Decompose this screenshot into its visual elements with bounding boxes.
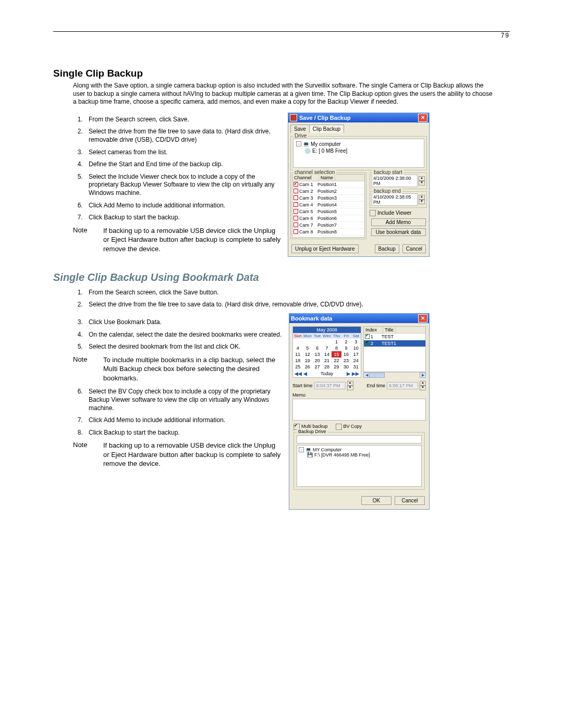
- tab-clip-backup[interactable]: Clip Backup: [309, 125, 344, 133]
- start-time-label: Start time: [292, 383, 313, 388]
- cal-day[interactable]: 28: [322, 364, 332, 370]
- table-row[interactable]: Cam 6Position6: [292, 215, 364, 222]
- unplug-eject-button[interactable]: Unplug or Eject Hardware: [291, 244, 359, 253]
- list-item[interactable]: 2TEST1: [364, 340, 425, 347]
- table-row[interactable]: Cam 1Position1: [292, 181, 364, 188]
- cal-day[interactable]: 6: [312, 345, 322, 351]
- cal-day[interactable]: 17: [351, 351, 361, 357]
- cal-day[interactable]: 5: [303, 345, 313, 351]
- cal-day[interactable]: 1: [332, 339, 341, 345]
- cal-day[interactable]: 31: [351, 364, 361, 370]
- bookmark-scrollbar[interactable]: ◀ ▶: [363, 372, 426, 378]
- cal-day[interactable]: 22: [332, 357, 341, 364]
- bookmark-checkbox[interactable]: [365, 334, 370, 339]
- cal-day[interactable]: 11: [293, 351, 303, 357]
- calendar-today-button[interactable]: Today: [321, 371, 333, 376]
- cal-day[interactable]: 7: [322, 345, 332, 351]
- cal-day[interactable]: 16: [341, 351, 351, 357]
- add-memo-button[interactable]: Add Memo: [371, 218, 426, 226]
- cal-day[interactable]: 30: [341, 364, 351, 370]
- dialog2-title: Bookmark data: [291, 315, 418, 322]
- tree-collapse-icon[interactable]: -: [299, 447, 304, 452]
- backup-drive-path-input[interactable]: [297, 435, 422, 443]
- cal-day[interactable]: 25: [293, 364, 303, 370]
- cal-day[interactable]: 27: [312, 364, 322, 370]
- cal-day[interactable]: 12: [303, 351, 313, 357]
- cal-day[interactable]: 9: [341, 345, 351, 351]
- bookmark-list[interactable]: Index Title 1TEST2TEST1: [363, 326, 426, 372]
- calendar[interactable]: May 2008 SunMonTueWecThuFriSat 123456789…: [292, 326, 361, 378]
- channel-checkbox[interactable]: [293, 182, 298, 187]
- spinner[interactable]: ▲▼: [420, 381, 426, 390]
- tab-save[interactable]: Save: [290, 125, 310, 133]
- channel-checkbox[interactable]: [293, 216, 298, 220]
- col-index: Index: [364, 327, 383, 333]
- ok-button[interactable]: OK: [361, 496, 391, 505]
- cal-day[interactable]: 4: [293, 345, 303, 351]
- tree-collapse-icon[interactable]: -: [296, 141, 301, 146]
- cancel-button[interactable]: Cancel: [395, 496, 425, 505]
- close-icon[interactable]: ✕: [418, 314, 427, 323]
- memo-input[interactable]: [292, 399, 426, 421]
- bookmark-checkbox[interactable]: [365, 341, 370, 346]
- table-row[interactable]: Cam 7Position7: [292, 222, 364, 229]
- cal-prev-icon[interactable]: ◀: [303, 371, 307, 376]
- bookmark-data-dialog: Bookmark data ✕ May 2008 SunMonTueWecThu…: [289, 313, 430, 510]
- cal-next-icon[interactable]: ▶: [347, 371, 350, 376]
- drive-child[interactable]: E: [ 0 MB Free]: [312, 147, 347, 154]
- cal-day[interactable]: 26: [303, 364, 313, 370]
- channel-checkbox[interactable]: [293, 195, 298, 200]
- cal-day[interactable]: 10: [351, 345, 361, 351]
- close-icon[interactable]: ✕: [418, 114, 427, 122]
- dialog1-titlebar: Save / Clip Backup ✕: [288, 113, 429, 122]
- cal-next-fast-icon[interactable]: ▶▶: [352, 371, 359, 376]
- scroll-right-icon[interactable]: ▶: [420, 373, 426, 378]
- table-row[interactable]: Cam 2Position2: [292, 188, 364, 195]
- cal-day[interactable]: 14: [322, 351, 332, 357]
- cal-day[interactable]: 23: [341, 357, 351, 364]
- cal-day[interactable]: 15: [332, 351, 341, 357]
- cancel-button[interactable]: Cancel: [402, 244, 426, 253]
- backup-button[interactable]: Backup: [375, 244, 399, 253]
- channel-checkbox[interactable]: [293, 223, 298, 227]
- channel-checkbox[interactable]: [293, 209, 298, 214]
- drive-root[interactable]: My computer: [311, 141, 341, 147]
- cal-day[interactable]: 29: [332, 364, 341, 370]
- multi-backup-label: Multi backup: [301, 424, 328, 429]
- start-time-input[interactable]: 6:04:37 PM: [314, 382, 346, 389]
- list-item[interactable]: 1TEST: [364, 334, 425, 340]
- table-row[interactable]: Cam 3Position3: [292, 195, 364, 202]
- channel-name: Position3: [316, 195, 337, 201]
- use-bookmark-button[interactable]: Use bookmark data: [371, 228, 426, 236]
- cal-day[interactable]: 2: [341, 339, 351, 345]
- bv-copy-checkbox[interactable]: [336, 424, 342, 430]
- backup-start-input[interactable]: 4/10/2009 2:38:00 PM: [372, 175, 418, 187]
- backup-end-input[interactable]: 4/10/2009 2:38:05 PM: [372, 193, 418, 206]
- spinner[interactable]: ▲▼: [347, 381, 353, 390]
- table-row[interactable]: Cam 8Position8: [292, 229, 364, 236]
- spinner[interactable]: ▲▼: [419, 195, 425, 204]
- cal-day[interactable]: 20: [312, 357, 322, 364]
- spinner[interactable]: ▲▼: [419, 176, 425, 186]
- note-label: Note: [73, 441, 103, 468]
- end-time-input[interactable]: 6:06:17 PM: [387, 382, 418, 389]
- backup-drive-tree[interactable]: -💻MY Computer 💾F:\ [DVR 466495 MB Free]: [297, 445, 422, 487]
- cal-prev-fast-icon[interactable]: ◀◀: [295, 371, 302, 376]
- drive-tree[interactable]: -💻My computer 💿E: [ 0 MB Free]: [293, 139, 424, 168]
- cal-weekday: Thu: [332, 333, 341, 339]
- cal-day[interactable]: 18: [293, 357, 303, 364]
- cal-day[interactable]: 19: [303, 357, 313, 364]
- cal-day[interactable]: 8: [332, 345, 341, 351]
- channel-checkbox[interactable]: [293, 229, 298, 234]
- cal-day[interactable]: 21: [322, 357, 332, 364]
- table-row[interactable]: Cam 4Position4: [292, 202, 364, 208]
- cal-day[interactable]: 13: [312, 351, 322, 357]
- bd-child[interactable]: F:\ [DVR 466495 MB Free]: [314, 452, 370, 458]
- table-row[interactable]: Cam 5Position5: [292, 208, 364, 215]
- channel-checkbox[interactable]: [293, 189, 298, 193]
- cal-day[interactable]: 24: [351, 357, 361, 364]
- include-viewer-checkbox[interactable]: [370, 210, 376, 216]
- channel-checkbox[interactable]: [293, 202, 298, 207]
- bd-root[interactable]: MY Computer: [313, 447, 341, 452]
- cal-day[interactable]: 3: [351, 339, 361, 345]
